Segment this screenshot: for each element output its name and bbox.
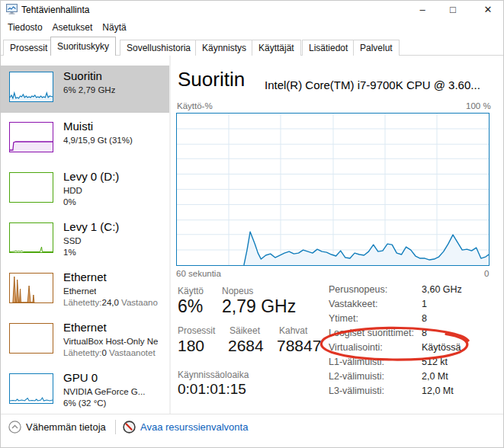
usage-value: 6% (178, 296, 203, 317)
sidebar-item-label: Suoritin (63, 69, 102, 82)
tab-app-history[interactable]: Sovellushistoria (120, 40, 197, 56)
fewer-details-toggle[interactable]: Vähemmän tietoja (26, 421, 106, 433)
tx-label: Lähetetty: (63, 348, 102, 357)
cpu-usage-plot (177, 114, 489, 265)
sidebar-scrollbar-track[interactable] (169, 56, 171, 414)
resource-monitor-icon (123, 421, 136, 434)
speed-label: Nopeus (222, 286, 253, 296)
sidebar-item-stats: 0% (63, 197, 76, 206)
sidebar-item-gpu[interactable]: GPU 0 NVIDIA GeForce G... 6% (32 °C) (1, 367, 170, 414)
sidebar-item-stats: Lähetetty:24,0 Vastaano (63, 298, 158, 307)
chart-y-max-label: 100 % (466, 101, 491, 110)
footer-separator (115, 420, 116, 434)
handles-label: Kahvat (279, 325, 307, 336)
sidebar-item-type: NVIDIA GeForce G... (63, 387, 145, 396)
cpu-model-name: Intel(R) Core(TM) i7-9700K CPU @ 3.60... (265, 78, 480, 91)
chart-y-axis-title: Käyttö-% (177, 101, 213, 110)
sidebar-item-ethernet1[interactable]: Ethernet Ethernet Lähetetty:24,0 Vastaan… (1, 267, 170, 314)
gpu-mini-chart (9, 373, 53, 404)
sidebar-item-label: Ethernet (63, 321, 107, 334)
disk0-mini-chart (9, 172, 53, 203)
tab-services[interactable]: Palvelut (353, 40, 400, 56)
ethernet1-mini-chart (9, 273, 53, 303)
ethernet2-mini-chart (9, 323, 53, 354)
task-manager-window: Tehtävienhallinta – □ ✕ Tiedosto Asetuks… (0, 0, 504, 448)
sidebar-item-label: Levy 1 (C:) (63, 220, 119, 233)
tab-strip: Prosessit Suorituskyky Sovellushistoria … (1, 37, 503, 56)
detail-row-sockets: Vastakkeet:1 (329, 299, 493, 313)
sidebar-item-memory[interactable]: Muisti 4,9/15,9 Gt (31%) (1, 116, 170, 163)
footer-bar: Vähemmän tietoja Avaa resurssienvalvonta (1, 414, 503, 448)
tx-value: 24,0 (102, 298, 119, 307)
sidebar-item-label: Muisti (63, 120, 93, 133)
sidebar-item-type: VirtualBox Host-Only Ne (63, 337, 158, 346)
sidebar-item-label: Ethernet (63, 270, 107, 283)
processes-label: Prosessit (178, 325, 215, 336)
cpu-page-title: Suoritin (178, 68, 245, 91)
detail-row-virtualization: Virtualisointi:Käytössä (329, 342, 493, 357)
disk1-mini-chart (9, 222, 53, 253)
rx-label: Vastaanotet (107, 348, 156, 357)
detail-row-cores: Ytimet:8 (329, 313, 493, 328)
menu-bar: Tiedosto Asetukset Näytä (1, 20, 503, 36)
sidebar-item-type: Ethernet (63, 286, 96, 296)
detail-row-logical-processors: Loogiset suorittimet:8 (329, 328, 493, 342)
memory-mini-chart (9, 122, 53, 152)
sidebar-item-label: Levy 0 (D:) (63, 170, 119, 183)
handles-value: 78847 (277, 337, 321, 355)
chart-x-left-label: 60 sekuntia (176, 269, 221, 278)
menu-view[interactable]: Näytä (102, 20, 133, 36)
cpu-details-list: Perusnopeus:3,60 GHz Vastakkeet:1 Ytimet… (329, 284, 493, 400)
sidebar-item-stats: Lähetetty:0 Vastaanotet (63, 348, 156, 357)
chevron-up-circle-icon[interactable] (8, 421, 21, 434)
sidebar-item-type: SSD (63, 236, 82, 245)
window-title: Tehtävienhallinta (21, 5, 89, 15)
cpu-usage-chart (176, 113, 490, 266)
sidebar-item-disk1[interactable]: Levy 1 (C:) SSD 1% (1, 216, 170, 264)
sidebar-item-stats: 6% (32 °C) (63, 398, 106, 408)
sidebar-item-cpu[interactable]: Suoritin 6% 2,79 GHz (1, 66, 170, 113)
detail-row-l2-cache: L2-välimuisti:2,0 Mt (329, 371, 493, 386)
open-resource-monitor-link[interactable]: Avaa resurssienvalvonta (140, 421, 248, 433)
speed-value: 2,79 GHz (222, 296, 296, 317)
close-button[interactable]: ✕ (475, 1, 501, 19)
tab-processes[interactable]: Prosessit (3, 40, 54, 56)
sidebar-item-disk0[interactable]: Levy 0 (D:) HDD 0% (1, 166, 170, 213)
chart-x-right-label: 0 (484, 269, 489, 278)
chart-gridlines (177, 114, 489, 265)
detail-row-base-speed: Perusnopeus:3,60 GHz (329, 284, 493, 299)
tab-users[interactable]: Käyttäjät (252, 40, 301, 56)
uptime-label: Käynnissäoloaika (178, 370, 249, 380)
threads-label: Säikeet (230, 325, 260, 336)
cpu-mini-chart (9, 72, 53, 102)
menu-options[interactable]: Asetukset (53, 20, 100, 36)
sidebar-item-ethernet2[interactable]: Ethernet VirtualBox Host-Only Ne Lähetet… (1, 317, 170, 364)
menu-file[interactable]: Tiedosto (8, 20, 50, 36)
sidebar-item-stats: 4,9/15,9 Gt (31%) (63, 136, 133, 145)
tab-startup[interactable]: Käynnistys (195, 40, 253, 56)
maximize-button[interactable]: □ (440, 1, 466, 19)
rx-label: Vastaano (119, 298, 158, 307)
task-manager-app-icon (6, 4, 18, 14)
tx-label: Lähetetty: (63, 298, 102, 307)
processes-value: 180 (178, 337, 204, 355)
tab-performance[interactable]: Suorituskyky (50, 37, 116, 56)
performance-sidebar: Suoritin 6% 2,79 GHz Muisti 4,9/15,9 Gt … (1, 56, 171, 414)
uptime-value: 0:01:01:15 (178, 381, 246, 398)
sidebar-item-stats: 1% (63, 248, 76, 257)
usage-label: Käyttö (178, 286, 204, 296)
detail-row-l1-cache: L1-välimuisti:512 kt (329, 357, 493, 371)
minimize-button[interactable]: – (409, 1, 435, 19)
tab-details[interactable]: Lisätiedot (302, 40, 355, 56)
detail-row-l3-cache: L3-välimuisti:12,0 Mt (329, 386, 493, 400)
sidebar-item-stats: 6% 2,79 GHz (63, 85, 115, 94)
sidebar-item-type: HDD (63, 186, 82, 195)
title-bar: Tehtävienhallinta – □ ✕ (1, 1, 503, 19)
threads-value: 2684 (228, 337, 264, 355)
sidebar-item-label: GPU 0 (63, 371, 98, 384)
